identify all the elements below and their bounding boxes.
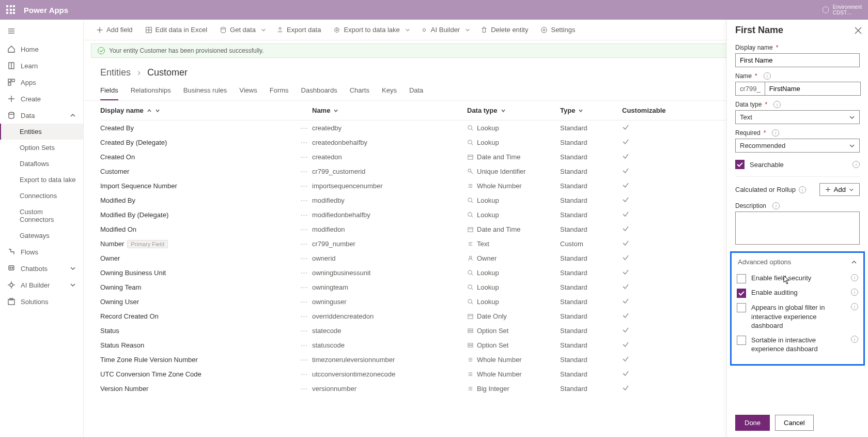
info-icon[interactable] [853, 161, 860, 168]
check-icon [622, 283, 629, 290]
tab-data[interactable]: Data [409, 83, 423, 100]
info-icon[interactable] [772, 129, 779, 137]
chevron-down-icon[interactable] [465, 27, 470, 33]
breadcrumb-root[interactable]: Entities [100, 67, 131, 78]
add-calc-button[interactable]: Add [819, 183, 860, 196]
row-more-icon[interactable]: ··· [297, 138, 312, 146]
name-input[interactable] [765, 82, 861, 96]
cell-type: Standard [560, 269, 622, 277]
row-more-icon[interactable]: ··· [297, 312, 312, 320]
nav-create[interactable]: Create [0, 91, 83, 107]
cmd-edit-excel[interactable]: Edit data in Excel [140, 24, 212, 36]
nav-chatbots[interactable]: Chatbots [0, 260, 83, 277]
sortable-checkbox[interactable] [737, 336, 746, 345]
tab-keys[interactable]: Keys [382, 83, 397, 100]
cmd-add-field[interactable]: Add field [91, 24, 138, 36]
done-button[interactable]: Done [735, 415, 770, 431]
waffle-icon[interactable] [6, 5, 16, 14]
info-icon[interactable] [851, 303, 858, 310]
nav-apps[interactable]: Apps [0, 74, 83, 91]
environment-picker[interactable]: EnvironmentCDST… [822, 4, 862, 16]
datatype-icon [467, 154, 474, 160]
row-more-icon[interactable]: ··· [297, 341, 312, 349]
row-more-icon[interactable]: ··· [297, 225, 312, 233]
info-icon[interactable] [851, 289, 858, 296]
close-icon[interactable] [855, 27, 862, 34]
nav-solutions[interactable]: Solutions [0, 293, 83, 310]
cmd-settings[interactable]: Settings [535, 24, 580, 36]
nav-home[interactable]: Home [0, 41, 83, 57]
row-more-icon[interactable]: ··· [297, 196, 312, 204]
nav-learn[interactable]: Learn [0, 57, 83, 74]
nav-collapse-button[interactable] [0, 23, 83, 41]
display-name-input[interactable] [735, 53, 860, 67]
cmd-export-lake[interactable]: Export to data lake [328, 24, 405, 36]
col-type[interactable]: Type [560, 107, 622, 114]
col-name[interactable]: Name [312, 107, 467, 114]
nav-data-connections[interactable]: Connections [0, 188, 83, 204]
nav-data-entities[interactable]: Entities [0, 124, 83, 140]
svg-point-26 [221, 27, 226, 29]
info-icon[interactable] [851, 274, 858, 281]
searchable-checkbox[interactable] [735, 160, 745, 169]
nav-ai-builder[interactable]: AI Builder [0, 277, 83, 293]
required-select[interactable]: Recommended [735, 139, 860, 153]
row-more-icon[interactable]: ··· [297, 254, 312, 262]
name-prefix: cr799_ [735, 82, 765, 96]
nav-data[interactable]: Data [0, 107, 83, 124]
tab-forms[interactable]: Forms [270, 83, 289, 100]
required-label: Required* [735, 129, 860, 137]
cmd-delete-entity[interactable]: Delete entity [475, 24, 533, 36]
tab-fields[interactable]: Fields [100, 83, 118, 100]
tab-views[interactable]: Views [239, 83, 257, 100]
tab-dashboards[interactable]: Dashboards [301, 83, 337, 100]
nav-data-option-sets[interactable]: Option Sets [0, 140, 83, 156]
info-icon[interactable] [851, 336, 858, 343]
sort-asc-icon [147, 108, 152, 113]
row-more-icon[interactable]: ··· [297, 153, 312, 161]
row-more-icon[interactable]: ··· [297, 370, 312, 378]
nav-data-dataflows[interactable]: Dataflows [0, 156, 83, 172]
tab-charts[interactable]: Charts [350, 83, 369, 100]
field-security-checkbox[interactable] [737, 274, 746, 283]
info-icon[interactable] [772, 202, 780, 209]
info-icon[interactable] [773, 101, 781, 108]
cmd-ai-builder[interactable]: AI Builder [415, 24, 465, 36]
auditing-checkbox[interactable] [737, 289, 746, 298]
cell-name: statecode [312, 327, 467, 335]
row-more-icon[interactable]: ··· [297, 210, 312, 219]
tab-relationships[interactable]: Relationships [131, 83, 171, 100]
nav-data-export-to-data-lake[interactable]: Export to data lake [0, 172, 83, 188]
tab-business-rules[interactable]: Business rules [183, 83, 227, 100]
row-more-icon[interactable]: ··· [297, 239, 312, 248]
cmd-export-data[interactable]: Export data [271, 24, 327, 36]
row-more-icon[interactable]: ··· [297, 283, 312, 291]
info-icon[interactable] [799, 186, 806, 193]
row-more-icon[interactable]: ··· [297, 297, 312, 306]
nav-flows[interactable]: Flows [0, 244, 83, 260]
row-more-icon[interactable]: ··· [297, 355, 312, 364]
row-more-icon[interactable]: ··· [297, 384, 312, 393]
cell-display-name: Owning Team [100, 283, 297, 291]
row-more-icon[interactable]: ··· [297, 268, 312, 277]
data-type-select[interactable]: Text [735, 110, 860, 124]
chevron-down-icon[interactable] [261, 27, 266, 33]
cell-display-name: Status Reason [100, 341, 297, 349]
row-more-icon[interactable]: ··· [297, 182, 312, 190]
description-input[interactable] [735, 212, 860, 245]
nav-data-custom-connectors[interactable]: Custom Connectors [0, 204, 83, 228]
cmd-get-data[interactable]: Get data [214, 24, 261, 36]
nav-data-gateways[interactable]: Gateways [0, 228, 83, 244]
chevron-down-icon[interactable] [405, 27, 410, 33]
col-customizable[interactable]: Customizable [622, 107, 669, 114]
row-more-icon[interactable]: ··· [297, 124, 312, 132]
col-display-name[interactable]: Display name [100, 107, 297, 114]
row-more-icon[interactable]: ··· [297, 326, 312, 335]
global-filter-checkbox[interactable] [737, 303, 746, 312]
advanced-options-toggle[interactable]: Advanced options [737, 258, 858, 269]
info-icon[interactable] [764, 72, 771, 80]
cell-data-type: Unique Identifier [467, 168, 560, 175]
col-data-type[interactable]: Data type [467, 107, 560, 114]
cancel-button[interactable]: Cancel [775, 415, 813, 431]
row-more-icon[interactable]: ··· [297, 167, 312, 175]
